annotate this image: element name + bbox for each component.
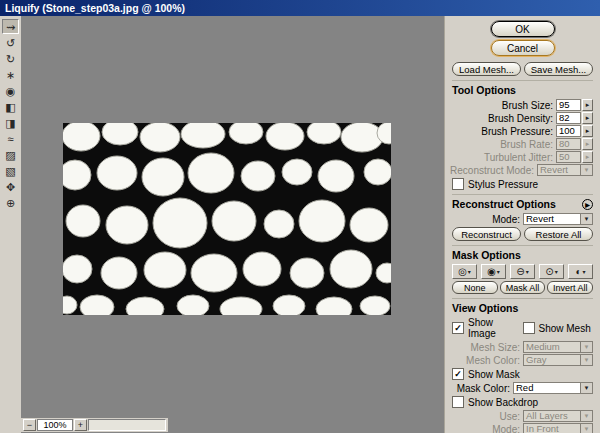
- replace-selection-icon: ◎: [458, 265, 467, 278]
- add-to-selection-button[interactable]: ◉▾: [481, 264, 506, 279]
- show-mesh-checkbox[interactable]: [523, 322, 535, 334]
- brush-pressure-input[interactable]: 100: [556, 125, 581, 137]
- chevron-down-icon: ▾: [497, 268, 500, 275]
- reconstruct-mode-dropdown-value: Revert: [524, 214, 580, 224]
- backdrop-mode-select: In Front ▼: [523, 423, 593, 433]
- load-mesh-button[interactable]: Load Mesh...: [452, 62, 521, 76]
- tool-options-section: Tool Options Brush Size:95▸Brush Density…: [452, 80, 593, 190]
- horizontal-scrollbar[interactable]: [88, 419, 166, 431]
- tool-palette: ⇝↺↻∗◉◧◨≈▨▧✥⊕: [0, 16, 21, 433]
- hand-tool-icon[interactable]: ✥: [2, 179, 19, 194]
- brush-rate-label: Brush Rate:: [500, 139, 553, 150]
- show-backdrop-checkbox[interactable]: [452, 396, 464, 408]
- zoom-in-button[interactable]: +: [74, 419, 87, 431]
- stylus-pressure-checkbox[interactable]: [452, 178, 464, 190]
- brush-density-slider-arrow-icon[interactable]: ▸: [582, 112, 593, 124]
- mesh-color-select: Gray ▼: [523, 354, 593, 366]
- show-mesh-label: Show Mesh: [539, 323, 591, 334]
- mask-color-value: Red: [514, 383, 580, 393]
- stylus-pressure-label: Stylus Pressure: [468, 179, 538, 190]
- tool-option-fields: Brush Size:95▸Brush Density:82▸Brush Pre…: [452, 99, 593, 163]
- none-button[interactable]: None: [452, 281, 498, 294]
- zoom-tool-icon[interactable]: ⊕: [2, 195, 19, 210]
- chevron-down-icon: ▾: [555, 268, 558, 275]
- reconstruct-mode-value: Revert: [538, 165, 580, 175]
- window-title: Liquify (Stone_step03a.jpg @ 100%): [5, 2, 185, 14]
- stones-image: [63, 123, 391, 315]
- save-mesh-button[interactable]: Save Mesh...: [524, 62, 593, 76]
- brush-pressure-slider-arrow-icon[interactable]: ▸: [582, 125, 593, 137]
- push-left-tool-icon[interactable]: ◧: [2, 99, 19, 114]
- use-value: All Layers: [524, 411, 580, 421]
- invert-all-button[interactable]: Invert All: [547, 281, 593, 294]
- add-to-selection-icon: ◉: [487, 265, 496, 278]
- preview-image[interactable]: [63, 123, 391, 315]
- view-options-title: View Options: [452, 302, 518, 314]
- turbulent-jitter-label: Turbulent Jitter:: [484, 152, 553, 163]
- brush-density-input[interactable]: 82: [556, 112, 581, 124]
- brush-density-label: Brush Density:: [488, 113, 553, 124]
- view-options-section: View Options ✓ Show Image Show Mesh Mesh…: [452, 298, 593, 433]
- chevron-down-icon: ▾: [583, 268, 586, 275]
- liquify-dialog: Liquify (Stone_step03a.jpg @ 100%) ⇝↺↻∗◉…: [0, 0, 600, 433]
- reconstruct-button[interactable]: Reconstruct: [452, 227, 521, 241]
- reconstruct-mode-option-label: Mode:: [492, 214, 520, 225]
- zoom-controls: − 100% +: [21, 418, 168, 432]
- freeze-mask-tool-icon[interactable]: ▨: [2, 147, 19, 162]
- panel-menu-button[interactable]: ▶: [582, 199, 593, 210]
- mesh-size-select: Medium ▼: [523, 341, 593, 353]
- mirror-tool-icon[interactable]: ◨: [2, 115, 19, 130]
- reconstruct-mode-dropdown[interactable]: Revert ▼: [523, 213, 593, 225]
- use-select: All Layers ▼: [523, 410, 593, 422]
- zoom-level: 100%: [37, 419, 73, 431]
- mesh-color-label: Mesh Color:: [466, 355, 520, 366]
- brush-rate-slider-arrow-icon: ▸: [582, 138, 593, 150]
- options-panel: OK Cancel Load Mesh... Save Mesh... Tool…: [444, 16, 600, 433]
- chevron-down-icon: ▼: [580, 342, 592, 352]
- chevron-down-icon: ▾: [526, 268, 529, 275]
- turbulence-tool-icon[interactable]: ≈: [2, 131, 19, 146]
- subtract-from-selection-icon: ⊖: [516, 265, 524, 278]
- subtract-from-selection-button[interactable]: ⊖▾: [510, 264, 535, 279]
- chevron-down-icon: ▼: [580, 383, 592, 393]
- reconstruct-options-section: Reconstruct Options ▶ Mode: Revert ▼ Rec…: [452, 194, 593, 241]
- brush-pressure-label: Brush Pressure:: [481, 126, 553, 137]
- ok-button[interactable]: OK: [491, 21, 555, 37]
- chevron-down-icon: ▼: [580, 424, 592, 433]
- chevron-down-icon: ▾: [468, 268, 471, 275]
- mask-color-select[interactable]: Red ▼: [513, 382, 593, 394]
- mask-options-section: Mask Options ◎▾◉▾⊖▾⊙▾◐▾ None Mask All In…: [452, 245, 593, 294]
- turbulent-jitter-slider-arrow-icon: ▸: [582, 151, 593, 163]
- forward-warp-tool-icon[interactable]: ⇝: [2, 19, 19, 34]
- titlebar[interactable]: Liquify (Stone_step03a.jpg @ 100%): [0, 0, 600, 16]
- brush-size-slider-arrow-icon[interactable]: ▸: [582, 99, 593, 111]
- mask-all-button[interactable]: Mask All: [500, 281, 546, 294]
- reconstruct-mode-select: Revert ▼: [537, 164, 593, 176]
- cancel-button[interactable]: Cancel: [491, 40, 555, 56]
- thaw-mask-tool-icon[interactable]: ▧: [2, 163, 19, 178]
- show-mask-checkbox[interactable]: ✓: [452, 368, 464, 380]
- backdrop-mode-value: In Front: [524, 424, 580, 433]
- restore-all-button[interactable]: Restore All: [524, 227, 593, 241]
- brush-rate-input: 80: [556, 138, 581, 150]
- chevron-down-icon: ▼: [580, 165, 592, 175]
- show-image-checkbox[interactable]: ✓: [452, 322, 464, 334]
- flyout-arrow-icon: ▶: [585, 201, 590, 208]
- show-backdrop-label: Show Backdrop: [468, 397, 538, 408]
- canvas-area: − 100% +: [21, 16, 444, 433]
- turbulent-jitter-input: 50: [556, 151, 581, 163]
- mesh-color-value: Gray: [524, 355, 580, 365]
- chevron-down-icon: ▼: [580, 411, 592, 421]
- twirl-clockwise-tool-icon[interactable]: ↻: [2, 51, 19, 66]
- invert-selection-button[interactable]: ◐▾: [568, 264, 593, 279]
- zoom-out-button[interactable]: −: [23, 419, 36, 431]
- mask-options-title: Mask Options: [452, 249, 521, 261]
- reconstruct-tool-icon[interactable]: ↺: [2, 35, 19, 50]
- show-image-label: Show Image: [468, 317, 523, 339]
- replace-selection-button[interactable]: ◎▾: [452, 264, 477, 279]
- invert-selection-icon: ◐: [575, 265, 581, 278]
- bloat-tool-icon[interactable]: ◉: [2, 83, 19, 98]
- brush-size-input[interactable]: 95: [556, 99, 581, 111]
- intersect-with-selection-button[interactable]: ⊙▾: [539, 264, 564, 279]
- pucker-tool-icon[interactable]: ∗: [2, 67, 19, 82]
